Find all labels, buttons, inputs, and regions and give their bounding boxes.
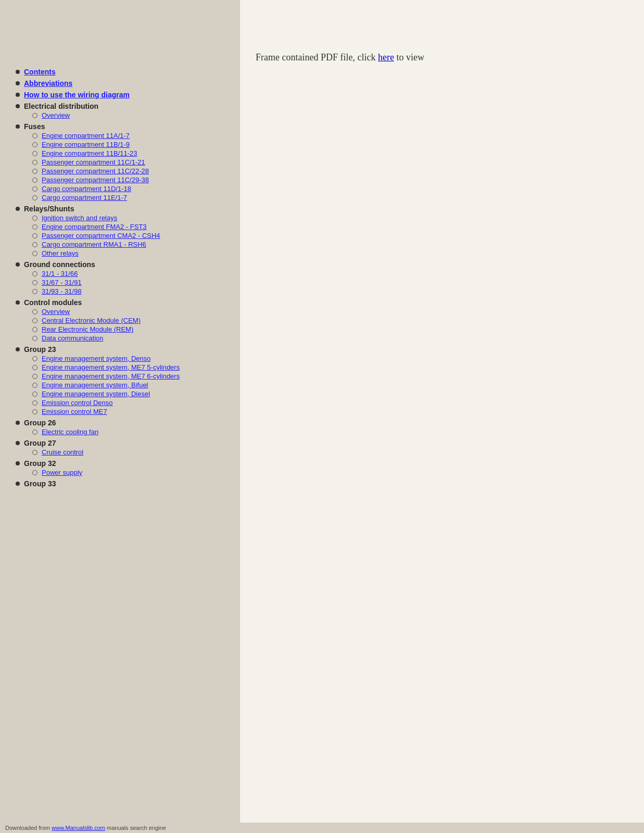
main-text-3: Electrical distribution — [24, 102, 98, 110]
sub-link-8-5[interactable]: Emission control Denso — [42, 399, 113, 407]
sub-link-4-5[interactable]: Passenger compartment 11C/29-38 — [42, 176, 149, 184]
main-text-6: Ground connections — [24, 260, 95, 269]
sub-link-7-1[interactable]: Central Electronic Module (CEM) — [42, 317, 141, 324]
main-bullet-11 — [16, 461, 20, 465]
page-footer: Downloaded from www.Manualslib.com manua… — [0, 823, 644, 833]
sub-item-7-0: Overview — [32, 308, 229, 315]
main-item-label-2[interactable]: How to use the wiring diagram — [16, 91, 229, 99]
sub-item-4-2: Engine compartment 11B/11-23 — [32, 149, 229, 157]
sub-link-7-3[interactable]: Data communication — [42, 334, 104, 342]
sub-item-4-3: Passenger compartment 11C/1-21 — [32, 158, 229, 166]
sub-item-4-0: Engine compartment 11A/1-7 — [32, 132, 229, 140]
nav-main-item-3: Electrical distributionOverview — [16, 102, 229, 119]
sub-list-8: Engine management system, DensoEngine ma… — [32, 355, 229, 415]
main-item-label-4: Fuses — [16, 122, 229, 131]
main-text-7: Control modules — [24, 298, 82, 307]
sub-bullet-8-3 — [32, 383, 37, 388]
sub-bullet-4-1 — [32, 142, 37, 147]
sub-link-6-2[interactable]: 31/93 - 31/98 — [42, 287, 82, 295]
main-item-label-0[interactable]: Contents — [16, 68, 229, 76]
sub-link-5-3[interactable]: Cargo compartment RMA1 - RSH6 — [42, 241, 146, 248]
main-text-8: Group 23 — [24, 345, 56, 354]
sub-item-5-4: Other relays — [32, 249, 229, 257]
main-bullet-6 — [16, 262, 20, 267]
sub-bullet-9-0 — [32, 430, 37, 435]
main-link-0[interactable]: Contents — [24, 68, 56, 76]
sub-bullet-4-4 — [32, 169, 37, 174]
nav-main-item-9: Group 26Electric cooling fan — [16, 419, 229, 436]
main-item-label-1[interactable]: Abbreviations — [16, 79, 229, 87]
sub-link-7-2[interactable]: Rear Electronic Module (REM) — [42, 325, 133, 333]
sub-link-8-3[interactable]: Engine management system, Bifuel — [42, 381, 148, 389]
main-text-11: Group 32 — [24, 459, 56, 468]
sub-link-8-1[interactable]: Engine management system, ME7 5-cylinder… — [42, 363, 180, 371]
main-item-label-6: Ground connections — [16, 260, 229, 269]
main-bullet-10 — [16, 441, 20, 445]
sub-bullet-4-7 — [32, 195, 37, 200]
sub-link-6-0[interactable]: 31/1 - 31/66 — [42, 270, 78, 277]
sub-bullet-5-1 — [32, 224, 37, 230]
main-link-2[interactable]: How to use the wiring diagram — [24, 91, 130, 99]
sub-item-5-0: Ignition switch and relays — [32, 214, 229, 222]
main-item-label-5: Relays/Shunts — [16, 205, 229, 213]
main-bullet-3 — [16, 104, 20, 108]
sub-link-8-6[interactable]: Emission control ME7 — [42, 408, 107, 415]
main-link-1[interactable]: Abbreviations — [24, 79, 72, 87]
sub-list-4: Engine compartment 11A/1-7Engine compart… — [32, 132, 229, 201]
right-content-panel: Frame contained PDF file, click here to … — [239, 0, 644, 833]
main-text-10: Group 27 — [24, 439, 56, 447]
sub-link-4-3[interactable]: Passenger compartment 11C/1-21 — [42, 158, 145, 166]
sub-item-6-2: 31/93 - 31/98 — [32, 287, 229, 295]
sub-bullet-10-0 — [32, 450, 37, 455]
sub-bullet-7-3 — [32, 336, 37, 341]
sub-link-8-0[interactable]: Engine management system, Denso — [42, 355, 151, 362]
sub-link-10-0[interactable]: Cruise control — [42, 448, 83, 456]
sub-link-5-2[interactable]: Passenger compartment CMA2 - CSH4 — [42, 232, 160, 239]
sub-link-9-0[interactable]: Electric cooling fan — [42, 428, 98, 436]
sub-item-4-1: Engine compartment 11B/1-9 — [32, 141, 229, 148]
sub-item-8-5: Emission control Denso — [32, 399, 229, 407]
sub-item-11-0: Power supply — [32, 469, 229, 476]
sub-link-5-4[interactable]: Other relays — [42, 249, 79, 257]
main-bullet-2 — [16, 93, 20, 97]
sub-link-5-1[interactable]: Engine compartment FMA2 - FST3 — [42, 223, 147, 231]
main-bullet-1 — [16, 81, 20, 85]
sub-item-4-4: Passenger compartment 11C/22-28 — [32, 167, 229, 175]
pdf-here-link[interactable]: here — [378, 52, 394, 62]
sub-link-4-1[interactable]: Engine compartment 11B/1-9 — [42, 141, 130, 148]
main-item-label-12: Group 33 — [16, 479, 229, 488]
sub-link-4-2[interactable]: Engine compartment 11B/11-23 — [42, 149, 137, 157]
sub-link-11-0[interactable]: Power supply — [42, 469, 82, 476]
sub-link-8-2[interactable]: Engine management system, ME7 6-cylinder… — [42, 372, 180, 380]
sub-link-8-4[interactable]: Engine management system, Diesel — [42, 390, 150, 398]
manualslib-link[interactable]: www.Manualslib.com — [52, 825, 105, 831]
sub-link-4-6[interactable]: Cargo compartment 11D/1-18 — [42, 185, 131, 193]
sub-link-5-0[interactable]: Ignition switch and relays — [42, 214, 117, 222]
sub-bullet-8-6 — [32, 409, 37, 414]
nav-main-item-4: FusesEngine compartment 11A/1-7Engine co… — [16, 122, 229, 201]
nav-main-item-2: How to use the wiring diagram — [16, 91, 229, 99]
main-text-4: Fuses — [24, 122, 45, 131]
nav-main-item-5: Relays/ShuntsIgnition switch and relaysE… — [16, 205, 229, 257]
sub-bullet-8-1 — [32, 365, 37, 370]
sub-item-7-2: Rear Electronic Module (REM) — [32, 325, 229, 333]
sub-item-10-0: Cruise control — [32, 448, 229, 456]
sub-item-9-0: Electric cooling fan — [32, 428, 229, 436]
main-item-label-3: Electrical distribution — [16, 102, 229, 110]
sub-bullet-8-2 — [32, 374, 37, 379]
sub-link-4-0[interactable]: Engine compartment 11A/1-7 — [42, 132, 130, 140]
sub-link-7-0[interactable]: Overview — [42, 308, 70, 315]
sub-item-4-5: Passenger compartment 11C/29-38 — [32, 176, 229, 184]
sub-bullet-4-6 — [32, 186, 37, 192]
sub-item-8-4: Engine management system, Diesel — [32, 390, 229, 398]
sub-link-6-1[interactable]: 31/67 - 31/91 — [42, 279, 82, 286]
sub-item-8-6: Emission control ME7 — [32, 408, 229, 415]
sub-bullet-7-2 — [32, 327, 37, 332]
sub-bullet-3-0 — [32, 113, 37, 118]
sub-link-3-0[interactable]: Overview — [42, 111, 70, 119]
main-bullet-5 — [16, 207, 20, 211]
sub-link-4-4[interactable]: Passenger compartment 11C/22-28 — [42, 167, 149, 175]
sub-bullet-6-2 — [32, 289, 37, 294]
sub-link-4-7[interactable]: Cargo compartment 11E/1-7 — [42, 194, 127, 201]
sub-bullet-4-0 — [32, 133, 37, 138]
